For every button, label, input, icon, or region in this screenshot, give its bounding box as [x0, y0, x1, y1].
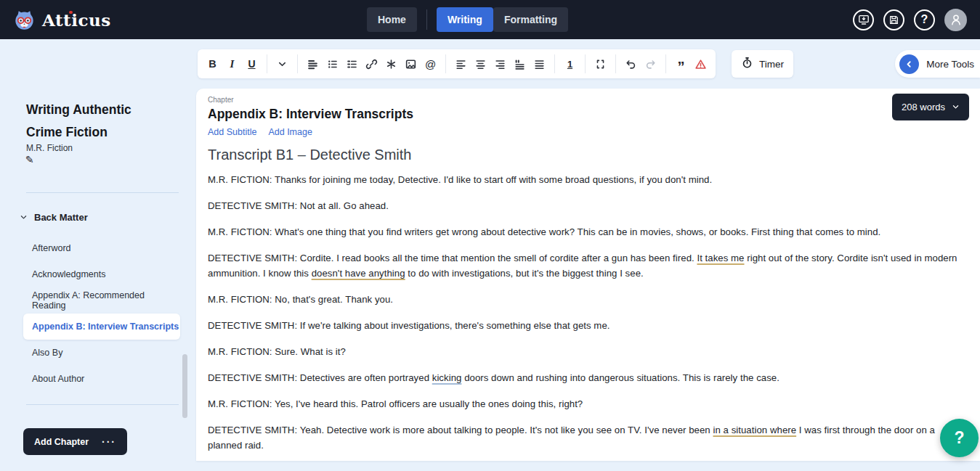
transcript-paragraph[interactable]: DETECTIVE SMITH: If we're talking about … [208, 318, 971, 333]
add-chapter-label: Add Chapter [34, 437, 89, 447]
transcript-paragraph[interactable]: M.R. FICTION: Yes, I've heard this. Patr… [208, 396, 971, 411]
toolbar-align-left-button[interactable] [452, 53, 470, 75]
sidebar-scrollbar-thumb[interactable] [182, 354, 187, 418]
transcript-paragraph[interactable]: DETECTIVE SMITH: Cordite. I read books a… [208, 250, 971, 281]
toolbar-undo-button[interactable] [622, 53, 640, 75]
toolbar-mention-button[interactable]: @ [421, 53, 440, 75]
text-segment: M.R. FICTION: Sure. What is it? [208, 346, 346, 357]
toolbar-align-justify-button[interactable] [530, 53, 548, 75]
timer-button[interactable]: Timer [732, 50, 793, 78]
sidebar-divider [26, 192, 179, 193]
chevron-down-icon [20, 213, 28, 221]
sidebar-item-acknowledgments[interactable]: Acknowledgments [23, 261, 180, 287]
text-segment: M.R. FICTION: Yes, I've heard this. Patr… [208, 398, 583, 409]
text-segment: M.R. FICTION: What's one thing that you … [208, 226, 880, 237]
text-segment: DETECTIVE SMITH: Cordite. I read books a… [208, 253, 697, 263]
transcript-paragraph[interactable]: M.R. FICTION: What's one thing that you … [208, 224, 971, 239]
toolbar-separator [554, 54, 555, 73]
toolbar-separator [297, 54, 298, 73]
toolbar-align-center-button[interactable] [471, 53, 490, 75]
question-mark-icon: ? [954, 428, 964, 448]
book-title: Writing Authentic Crime Fiction [26, 99, 168, 144]
editor-panel: 208 words Chapter Appendix B: Interview … [196, 89, 980, 461]
spelling-suggestion[interactable]: kicking [432, 372, 462, 383]
tab-writing[interactable]: Writing [437, 7, 493, 32]
transcript-paragraph[interactable]: M.R. FICTION: Thanks for joining me toda… [208, 172, 971, 187]
section-back-matter[interactable]: Back Matter [20, 212, 88, 223]
toolbar-redo-button[interactable] [641, 53, 660, 75]
text-segment: M.R. FICTION: Thanks for joining me toda… [208, 174, 712, 185]
toolbar-italic-button[interactable]: I [223, 53, 241, 75]
help-icon: ? [921, 13, 928, 26]
help-button[interactable]: ? [914, 9, 935, 30]
text-segment: to do with investigations, but it's the … [405, 268, 644, 279]
transcript-paragraph[interactable]: DETECTIVE SMITH: Not at all. Go ahead. [208, 198, 971, 213]
sidebar-item-afterword[interactable]: Afterword [23, 235, 180, 261]
toolbar-blockquote-button[interactable] [511, 53, 529, 75]
toolbar-quote-button[interactable]: ” [672, 53, 690, 75]
format-toolbar: BIU@1” [198, 49, 716, 78]
toolbar-bold-button[interactable]: B [203, 53, 222, 75]
edit-book-button[interactable]: ✎ [25, 154, 34, 165]
grammar-suggestion[interactable]: doesn't have anything [312, 268, 405, 279]
toolbar-bullet-list-button[interactable] [323, 53, 341, 75]
brand-name: Atticus [42, 10, 111, 30]
more-tools-button[interactable]: More Tools [895, 50, 980, 78]
toolbar-warning-button[interactable] [692, 53, 710, 75]
add-image-link[interactable]: Add Image [268, 127, 312, 137]
timer-label: Timer [759, 59, 784, 70]
sidebar-item-also-by[interactable]: Also By [23, 340, 180, 366]
sidebar-item-appendix-b-interview-transcripts[interactable]: Appendix B: Interview Transcripts [23, 314, 180, 340]
transcript-paragraph[interactable]: M.R. FICTION: Sure. What is it? [208, 344, 971, 359]
toolbar-separator [585, 54, 586, 73]
export-icon [858, 14, 870, 25]
topbar-actions: ? [853, 9, 967, 31]
save-button[interactable] [883, 9, 904, 30]
main-area: BIU@1” Timer More Tools 208 words Chapte… [196, 39, 980, 471]
chapter-title[interactable]: Appendix B: Interview Transcripts [208, 107, 971, 122]
chevron-left-icon [899, 54, 919, 74]
toolbar-insert-image-button[interactable] [402, 53, 420, 75]
toolbar-separator [615, 54, 616, 73]
toolbar-page-break-button[interactable] [591, 53, 610, 75]
toolbar-chevron-down-button[interactable] [273, 53, 291, 75]
tab-formatting[interactable]: Formatting [493, 7, 568, 32]
text-segment: M.R. FICTION: No, that's great. Thank yo… [208, 294, 393, 305]
toolbar-numbered-list-button[interactable] [343, 53, 361, 75]
toolbar-row: BIU@1” Timer More Tools [198, 49, 980, 78]
user-avatar-icon [949, 13, 963, 26]
transcript-paragraph[interactable]: DETECTIVE SMITH: Yeah. Detective work is… [208, 422, 971, 453]
user-avatar-button[interactable] [944, 9, 967, 31]
toolbar-separator [267, 54, 267, 73]
add-subtitle-link[interactable]: Add Subtitle [208, 127, 256, 137]
text-segment: DETECTIVE SMITH: Yeah. Detective work is… [208, 425, 713, 435]
chevron-down-icon [952, 103, 960, 111]
toolbar-ordinal-one-button[interactable]: 1 [561, 53, 579, 75]
tab-home[interactable]: Home [367, 7, 417, 32]
nav-divider [426, 9, 427, 30]
transcript-subheading[interactable]: Transcript B1 – Detective Smith [208, 147, 971, 163]
grammar-suggestion[interactable]: It takes me [697, 253, 744, 263]
toolbar-paragraph-format-button[interactable] [304, 53, 322, 75]
transcript-paragraph[interactable]: M.R. FICTION: No, that's great. Thank yo… [208, 292, 971, 307]
grammar-suggestion[interactable]: in a situation where [713, 425, 796, 435]
toolbar-align-right-button[interactable] [491, 53, 509, 75]
timer-icon [741, 57, 753, 71]
chapter-links: Add SubtitleAdd Image [208, 127, 971, 137]
sidebar-item-appendix-a-recommended-reading[interactable]: Appendix A: Recommended Reading [23, 287, 180, 314]
toolbar-separator [665, 54, 666, 73]
add-chapter-button[interactable]: Add Chapter ··· [23, 428, 127, 455]
word-count-badge[interactable]: 208 words [892, 94, 969, 120]
section-label: Back Matter [34, 212, 88, 223]
toolbar-underline-button[interactable]: U [243, 53, 261, 75]
toolbar-asterisk-button[interactable] [382, 53, 400, 75]
help-fab-button[interactable]: ? [940, 419, 979, 457]
transcript-paragraph[interactable]: DETECTIVE SMITH: Detectives are often po… [208, 370, 971, 385]
toolbar-separator [445, 54, 446, 73]
more-options-icon[interactable]: ··· [102, 436, 116, 448]
toolbar-link-button[interactable] [363, 53, 381, 75]
export-button[interactable] [853, 9, 874, 30]
book-author: M.R. Fiction [26, 143, 73, 153]
transcript-body[interactable]: M.R. FICTION: Thanks for joining me toda… [208, 172, 971, 453]
sidebar-item-about-author[interactable]: About Author [23, 366, 180, 392]
